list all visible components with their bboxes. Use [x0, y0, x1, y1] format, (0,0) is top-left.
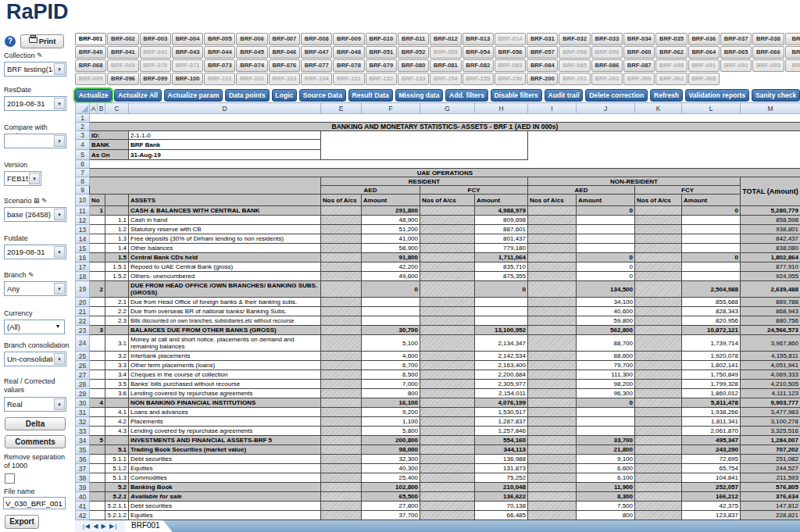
cell-no-26[interactable] [90, 361, 105, 370]
cell-assets-30[interactable]: NON BANKING FINANCIAL INSTITUTIONS [129, 398, 321, 408]
cell-res-fcy-nos-36[interactable] [420, 455, 475, 464]
cell-nonres-fcy-nos-24[interactable] [635, 335, 682, 352]
row-header-2[interactable]: 2 [76, 123, 90, 131]
scenario-dropdown[interactable]: base (26458) (265▾ [4, 207, 66, 222]
cell-res-aed-nos-11[interactable] [321, 206, 362, 216]
cell-res-fcy-nos-38[interactable] [420, 473, 475, 483]
col-J[interactable]: J [577, 103, 635, 114]
cell-res-aed-nos-42[interactable] [321, 511, 362, 520]
cell-no-11[interactable]: 1 [90, 206, 105, 216]
cell-assets-22[interactable]: Bills discounted on own branches, subsid… [129, 316, 321, 326]
cell-nonres-fcy-nos-40[interactable] [635, 492, 682, 502]
cell-nonres-aed-amount-37[interactable]: 6,600 [577, 464, 635, 473]
cell-no-42[interactable] [90, 511, 105, 520]
cell-nonres-aed-nos-41[interactable] [528, 502, 577, 511]
tab-brf-044[interactable]: BRF-044 [204, 46, 235, 59]
cell-nonres-aed-amount-40[interactable]: 8,300 [577, 492, 635, 502]
row-header-34[interactable]: 34 [76, 436, 90, 445]
cell-res-fcy-nos-23[interactable] [420, 326, 475, 335]
cell-assets-24[interactable]: Money at call and short notice, placemen… [129, 335, 321, 352]
tab-brf-087[interactable]: BRF-087 [623, 59, 655, 72]
delete-correction-button[interactable]: Delete correction [585, 89, 648, 102]
cell-nonres-aed-amount-25[interactable]: 88,600 [577, 352, 635, 361]
chevron-down-icon[interactable]: ▾ [54, 283, 65, 295]
cell-nonres-fcy-amount-40[interactable]: 166,212 [682, 492, 741, 502]
cell-nonres-fcy-amount-27[interactable]: 1,750,849 [682, 370, 741, 380]
cell-nonres-fcy-amount-14[interactable] [682, 234, 741, 244]
cell-res-fcy-amount-18[interactable]: 875,355 [475, 272, 528, 281]
validation-reports-button[interactable]: Validation reports [685, 89, 749, 102]
print-button[interactable]: Print [20, 34, 64, 48]
cell-res-aed-nos-15[interactable] [321, 244, 362, 253]
cell-res-fcy-amount-21[interactable] [475, 307, 528, 316]
cell-res-aed-amount-14[interactable]: 41,000 [362, 234, 420, 244]
cell-res-aed-nos-28[interactable] [321, 380, 362, 389]
row-header-26[interactable]: 26 [76, 361, 90, 370]
cell-code-40[interactable]: 5.2.1 [105, 492, 129, 502]
cell-total-34[interactable]: 1,284,007 [741, 436, 800, 445]
cell-res-fcy-amount-39[interactable]: 210,048 [475, 483, 528, 492]
cell-nonres-aed-amount-15[interactable] [577, 244, 635, 253]
cell-assets-11[interactable]: CASH & BALANCES WITH CENTRAL BANK [129, 206, 321, 216]
cell-assets-39[interactable]: Banking Book [129, 483, 321, 492]
cell-nonres-fcy-amount-18[interactable] [682, 272, 741, 281]
row-header-40[interactable]: 40 [76, 492, 90, 502]
cell-res-aed-nos-40[interactable] [321, 492, 362, 502]
tab-brf-033[interactable]: BRF-033 [591, 33, 623, 45]
cell-res-fcy-nos-31[interactable] [420, 408, 475, 417]
cell-res-fcy-nos-11[interactable] [420, 206, 475, 216]
chevron-down-icon[interactable]: ▾ [54, 246, 65, 258]
cell-res-aed-nos-17[interactable] [321, 262, 362, 272]
cell-res-fcy-amount-32[interactable]: 1,287,837 [475, 417, 528, 427]
tab-brf-041[interactable]: BRF-041 [107, 46, 138, 59]
cell-nonres-fcy-nos-22[interactable] [635, 316, 682, 326]
info-blank-box[interactable] [321, 131, 528, 160]
cell-total-37[interactable]: 244,527 [741, 464, 800, 473]
cell-nonres-aed-nos-22[interactable] [528, 316, 577, 326]
cell-no-30[interactable]: 4 [90, 398, 105, 408]
cell-nonres-aed-nos-25[interactable] [528, 352, 577, 361]
cell-nonres-fcy-amount-12[interactable] [682, 216, 741, 225]
row-header-15[interactable]: 15 [76, 244, 90, 253]
cell-nonres-aed-nos-37[interactable] [528, 464, 577, 473]
cell-res-fcy-amount-16[interactable]: 1,711,064 [475, 253, 528, 262]
tab-brf-086[interactable]: BRF-086 [591, 59, 623, 72]
id-value[interactable]: 2-1-1-0 [129, 131, 321, 140]
cell-code-36[interactable]: 5.1.1 [105, 455, 129, 464]
tab-brf-200[interactable]: BRF-200 [527, 73, 558, 85]
cell-assets-25[interactable]: Interbank placements [129, 352, 321, 361]
cell-code-37[interactable]: 5.1.2 [105, 464, 129, 473]
tab-brf-057[interactable]: BRF-057 [527, 46, 558, 59]
cell-nonres-aed-nos-18[interactable] [528, 272, 577, 281]
cell-res-aed-amount-30[interactable]: 16,100 [362, 398, 420, 408]
cell-nonres-fcy-amount-32[interactable]: 1,811,341 [682, 417, 741, 427]
cell-res-fcy-amount-35[interactable]: 344,113 [475, 445, 528, 455]
ason-value[interactable]: 31-Aug-19 [129, 150, 321, 160]
cell-assets-17[interactable]: Repoed to UAE Central Bank (gross) [129, 262, 321, 272]
tab-brf-056[interactable]: BRF-056 [495, 46, 526, 59]
sheet-nav-arrows[interactable]: |◀ ◀ ▶ ▶| [75, 520, 125, 532]
tab-brf-010[interactable]: BRF-010 [366, 33, 397, 45]
row-header-28[interactable]: 28 [76, 380, 90, 389]
cell-code-27[interactable]: 3.4 [105, 370, 129, 380]
cell-assets-19[interactable]: DUE FROM HEAD OFFICE /OWN BRANCHES/ BANK… [129, 281, 321, 298]
cell-code-31[interactable]: 4.1 [105, 408, 129, 417]
cell-nonres-fcy-nos-39[interactable] [635, 483, 682, 492]
cell-res-aed-amount-20[interactable] [362, 298, 420, 307]
cell-res-aed-amount-17[interactable]: 42,200 [362, 262, 420, 272]
cell-res-fcy-nos-24[interactable] [420, 335, 475, 352]
row-header-42[interactable]: 42 [76, 511, 90, 520]
cell-no-25[interactable] [90, 352, 105, 361]
sheet-tab-brf001[interactable]: BRF001 [125, 520, 173, 532]
row-header-14[interactable]: 14 [76, 234, 90, 244]
cell-nonres-aed-nos-28[interactable] [528, 380, 577, 389]
cell-total-15[interactable]: 838,080 [741, 244, 800, 253]
cell-res-aed-nos-24[interactable] [321, 335, 362, 352]
cell-res-fcy-amount-40[interactable]: 136,622 [475, 492, 528, 502]
cell-nonres-fcy-amount-25[interactable]: 1,920,078 [682, 352, 741, 361]
cell-nonres-fcy-amount-11[interactable]: 0 [682, 206, 741, 216]
tab-brf-047[interactable]: BRF-047 [301, 46, 332, 59]
cell-nonres-aed-amount-31[interactable] [577, 408, 635, 417]
cell-res-aed-amount-35[interactable]: 98,000 [362, 445, 420, 455]
cell-nonres-fcy-nos-11[interactable] [635, 206, 682, 216]
